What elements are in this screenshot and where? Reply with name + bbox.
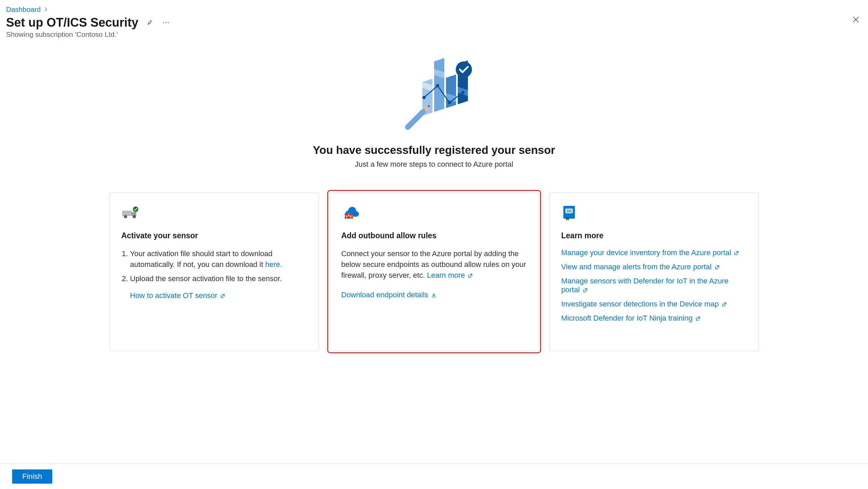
main-content: You have successfully registered your se…	[0, 38, 868, 464]
learn-link-device-map[interactable]: Investigate sensor detections in the Dev…	[561, 300, 747, 308]
learn-link-manage-sensors[interactable]: Manage sensors with Defender for IoT in …	[561, 277, 747, 294]
how-to-activate-link[interactable]: How to activate OT sensor	[130, 291, 226, 300]
card-activate-sensor: Activate your sensor Your activation fil…	[110, 192, 319, 351]
download-icon	[431, 293, 437, 298]
svg-rect-4	[434, 58, 444, 112]
download-endpoint-link[interactable]: Download endpoint details	[341, 291, 437, 299]
outbound-learn-more-label: Learn more	[427, 271, 465, 279]
learn-link-4-label: Microsoft Defender for IoT Ninja trainin…	[561, 314, 693, 322]
external-link-icon	[695, 316, 701, 321]
page-footer: Finish	[0, 464, 868, 489]
learn-link-3-label: Investigate sensor detections in the Dev…	[561, 300, 719, 308]
activate-step-2: Upload the sensor activation file to the…	[130, 273, 307, 284]
external-link-icon	[722, 302, 727, 307]
success-heading: You have successfully registered your se…	[313, 144, 555, 157]
svg-rect-19	[122, 211, 132, 216]
svg-point-0	[163, 22, 164, 23]
svg-point-13	[448, 101, 451, 104]
page-header: Set up OT/ICS Security	[0, 13, 868, 30]
card-learn-title: Learn more	[561, 231, 747, 240]
success-subheading: Just a few more steps to connect to Azur…	[355, 160, 513, 169]
success-illustration	[390, 52, 478, 140]
svg-rect-5	[446, 75, 456, 108]
svg-point-11	[422, 96, 426, 99]
learn-link-1-label: View and manage alerts from the Azure po…	[561, 263, 712, 271]
learn-link-0-label: Manage your device inventory from the Az…	[561, 248, 731, 257]
learn-links-list: Manage your device inventory from the Az…	[561, 248, 747, 323]
activate-step-1: Your activation file should start to dow…	[130, 248, 307, 270]
external-link-icon	[220, 293, 225, 299]
book-icon: 101	[561, 205, 747, 222]
pin-icon	[146, 19, 152, 26]
external-link-icon	[583, 288, 588, 293]
close-icon	[852, 16, 860, 23]
breadcrumb-dashboard-link[interactable]: Dashboard	[6, 5, 41, 13]
svg-point-23	[133, 207, 138, 212]
svg-point-22	[133, 215, 136, 218]
svg-point-2	[168, 22, 169, 23]
finish-button[interactable]: Finish	[12, 469, 52, 484]
cloud-firewall-icon	[341, 205, 527, 222]
card-activate-title: Activate your sensor	[121, 231, 307, 240]
chevron-right-icon	[44, 7, 48, 12]
how-to-activate-label: How to activate OT sensor	[130, 291, 218, 300]
cards-row: Activate your sensor Your activation fil…	[0, 192, 868, 351]
card-outbound-body: Connect your sensor to the Azure portal …	[341, 248, 527, 281]
close-button[interactable]	[850, 13, 862, 26]
learn-link-device-inventory[interactable]: Manage your device inventory from the Az…	[561, 248, 747, 257]
bar-chart-success-icon	[390, 52, 478, 140]
download-endpoint-label: Download endpoint details	[341, 291, 428, 299]
learn-link-alerts[interactable]: View and manage alerts from the Azure po…	[561, 263, 747, 271]
svg-text:101: 101	[566, 209, 572, 213]
page-subtitle: Showing subscription 'Contoso Ltd.'	[0, 30, 868, 38]
svg-point-18	[456, 61, 472, 78]
page-title: Set up OT/ICS Security	[6, 16, 138, 30]
external-link-icon	[734, 250, 739, 256]
outbound-learn-more-link[interactable]: Learn more	[427, 271, 473, 279]
external-link-icon	[715, 265, 720, 270]
svg-rect-15	[404, 108, 427, 131]
pin-button[interactable]	[143, 17, 155, 29]
download-here-link[interactable]: here.	[265, 260, 282, 269]
svg-point-12	[436, 84, 439, 87]
external-link-icon	[468, 273, 473, 278]
truck-check-icon	[121, 205, 307, 222]
more-button[interactable]	[160, 17, 172, 29]
more-icon	[163, 22, 169, 24]
svg-point-14	[461, 91, 465, 94]
activate-step-1-text: Your activation file should start to dow…	[130, 249, 273, 269]
learn-link-ninja-training[interactable]: Microsoft Defender for IoT Ninja trainin…	[561, 314, 747, 323]
card-learn-more: 101 Learn more Manage your device invent…	[550, 192, 759, 351]
svg-point-21	[124, 215, 127, 218]
card-outbound-title: Add outbound allow rules	[341, 231, 527, 240]
breadcrumb: Dashboard	[0, 0, 868, 13]
card-outbound-rules: Add outbound allow rules Connect your se…	[330, 192, 539, 351]
svg-point-1	[165, 22, 166, 23]
